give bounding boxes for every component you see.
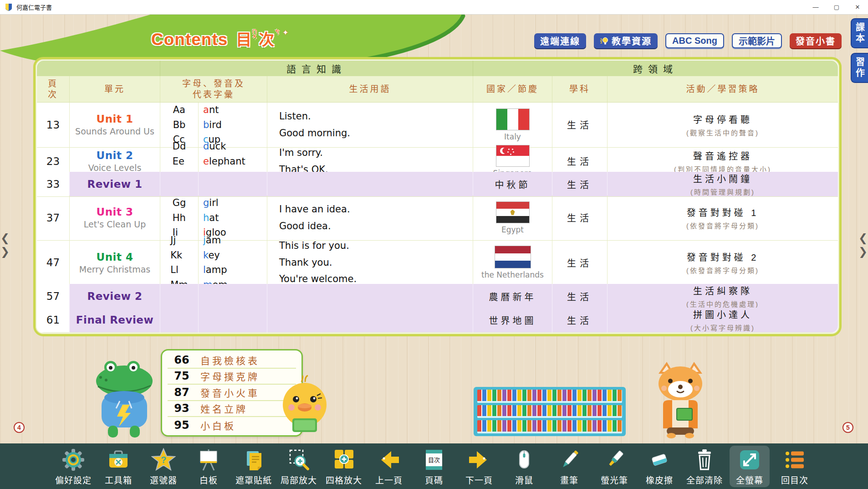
toc-row-unit-61[interactable]: 61 Final Review 世界地圖 生活 拼圖小達人(大小寫字母辨識) (37, 308, 838, 333)
toolbar-page-number-button[interactable]: 目次 頁碼 (414, 446, 454, 487)
gear-icon (61, 447, 86, 473)
col-header-page: 頁 次 (37, 76, 70, 103)
toolbar-toolbox-button[interactable]: 工具箱 (98, 446, 138, 487)
page-number-icon: 目次 (421, 447, 447, 473)
row-unit-title: Review 2 (70, 284, 160, 309)
sticky-notes-icon (241, 447, 266, 473)
top-button-0[interactable]: 遠端連線 (534, 33, 586, 48)
close-button[interactable]: ✕ (847, 0, 868, 14)
row-activity: 生活小鬧鐘(時間管理與規劃) (608, 172, 838, 197)
pen-icon (557, 447, 582, 473)
word: ant (203, 103, 267, 118)
row-letters (160, 172, 199, 197)
toolbar-zoom-area-button[interactable]: 局部放大 (279, 446, 319, 487)
top-button-3[interactable]: 示範影片 (732, 33, 782, 48)
word: lamp (203, 263, 267, 278)
table-column-headers: 頁 次 單元 字母、發音及 代表字彙 生活用語 國家／節慶 學科 活動／學習策略 (37, 76, 838, 103)
chevron-right-icon[interactable]: ❯ (858, 246, 868, 257)
row-country: 中秋節 (473, 172, 552, 197)
page-canvas: Contents 目ㄇㄨˋ次ㄘˋ ✦ 遠端連線 教學資源ABC Song示範影片… (0, 15, 868, 443)
window-titlebar: 何嘉仁電子書 —▢✕ (0, 0, 868, 15)
toolbar-mouse-button[interactable]: 滑鼠 (504, 446, 544, 487)
zoom-area-icon (286, 447, 311, 473)
toc-row-unit-57[interactable]: 57 Review 2 農曆新年 生活 生活糾察隊(生活中的危機處理) (37, 284, 838, 308)
toolbar-zoom-quad-button[interactable]: 四格放大 (324, 446, 364, 487)
book-switch-tabs: 課本習作 (851, 18, 868, 83)
toolbar-gear-button[interactable]: 偏好設定 (53, 446, 93, 487)
highlighter-icon (602, 447, 627, 473)
toc-row-unit-23[interactable]: 23 Unit 2 Voice Levels Dd Ee Ff duckelep… (37, 139, 838, 172)
word: duck (203, 139, 267, 154)
toolbar-fullscreen-button[interactable]: 全螢幕 (730, 446, 770, 487)
side-tab-0[interactable]: 課本 (851, 18, 868, 48)
toolbar-star-question-button[interactable]: ? 選號器 (143, 446, 184, 487)
menu-list-icon (782, 447, 807, 473)
row-page-number: 33 (37, 172, 70, 197)
row-words (199, 172, 267, 197)
bookshelf (474, 387, 626, 436)
col-header-country: 國家／節慶 (473, 76, 552, 103)
svg-text:?: ? (161, 455, 166, 465)
toolbar-eraser-button[interactable]: 橡皮擦 (639, 446, 679, 487)
zoom-quad-icon (331, 447, 357, 473)
toc-row-unit-13[interactable]: 13 Unit 1 Sounds Around Us Aa Bb Cc antb… (37, 103, 838, 139)
toc-row-unit-47[interactable]: 47 Unit 4 Merry Christmas Jj Kk Ll Mm ja… (37, 233, 838, 284)
top-button-4[interactable]: 發音小書 (790, 33, 842, 48)
whiteboard-icon (196, 447, 221, 473)
top-button-1[interactable]: 教學資源 (594, 33, 658, 48)
word: jam (203, 233, 267, 248)
festival-label: 農曆新年 (489, 290, 536, 303)
page-edge-right-nav[interactable]: ❮ ❯ (858, 232, 868, 257)
chevron-left-icon[interactable]: ❮ (0, 232, 10, 243)
col-header-letters-words: 字母、發音及 代表字彙 (160, 76, 267, 103)
toolbar-sticky-notes-button[interactable]: 遮罩貼紙 (234, 446, 274, 487)
star-question-icon: ? (151, 447, 176, 473)
title-zh-char: 次ㄘˋ (259, 27, 274, 50)
row-letters (160, 284, 199, 309)
left-page-number-badge: 4 (14, 422, 25, 433)
toolbox-icon (106, 447, 131, 473)
top-button-2[interactable]: ABC Song (665, 33, 724, 48)
egypt-flag (496, 201, 530, 223)
toolbar-pen-button[interactable]: 畫筆 (549, 446, 589, 487)
col-header-subject: 學科 (552, 76, 608, 103)
page-title-en: Contents (151, 30, 228, 49)
page-title: Contents 目ㄇㄨˋ次ㄘˋ ✦ (151, 27, 289, 50)
trash-icon (692, 447, 717, 473)
toolbar-trash-button[interactable]: 全部清除 (684, 446, 725, 487)
country-label: the Netherlands (481, 270, 544, 279)
phrase: I have an idea. (279, 201, 473, 218)
toc-row-unit-37[interactable]: 37 Unit 3 Let's Clean Up Gg Hh Ii girlha… (37, 196, 838, 233)
eraser-icon (647, 447, 672, 473)
singapore-flag (496, 145, 530, 167)
row-subject: 生活 (552, 284, 608, 309)
row-page-number: 61 (37, 308, 70, 333)
side-tab-1[interactable]: 習作 (851, 53, 868, 83)
toolbar-highlighter-button[interactable]: 螢光筆 (594, 446, 634, 487)
row-letters (160, 308, 199, 333)
minimize-button[interactable]: — (805, 0, 826, 14)
toolbar-arrow-left-button[interactable]: 上一頁 (369, 446, 409, 487)
row-subject: 生活 (552, 172, 608, 197)
toolbar-whiteboard-button[interactable]: 白板 (189, 446, 229, 487)
duck-mascot (275, 375, 334, 438)
festival-label: 中秋節 (495, 178, 531, 191)
fullscreen-icon (737, 447, 762, 473)
page-edge-left-nav[interactable]: ❮ ❯ (0, 232, 10, 257)
col-header-activity: 活動／學習策略 (608, 76, 838, 103)
maximize-button[interactable]: ▢ (826, 0, 847, 14)
toolbar-menu-list-button[interactable]: 回目次 (775, 446, 815, 487)
app-logo-icon (5, 3, 13, 11)
toc-row-unit-33[interactable]: 33 Review 1 中秋節 生活 生活小鬧鐘(時間管理與規劃) (37, 172, 838, 196)
toolbar-arrow-right-button[interactable]: 下一頁 (459, 446, 499, 487)
row-phrases (267, 172, 473, 197)
mouse-icon (511, 447, 537, 473)
right-page-number-badge: 5 (842, 422, 853, 433)
phrase: I'm sorry. (279, 144, 473, 161)
chevron-right-icon[interactable]: ❯ (0, 246, 10, 257)
row-unit-title: Review 1 (70, 172, 160, 197)
extras-row-66[interactable]: 66 自我檢核表 (168, 352, 296, 369)
table-group-header: 語言知識 跨領域 (37, 61, 838, 76)
chevron-left-icon[interactable]: ❮ (858, 232, 868, 243)
row-words (199, 308, 267, 333)
